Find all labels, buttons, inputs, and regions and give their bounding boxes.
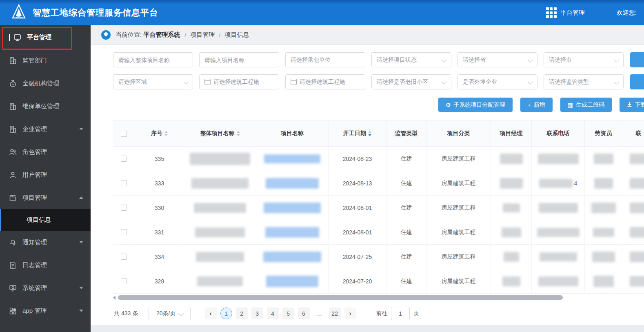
subsystem-assign-button[interactable]: ⚙ 子系统项目分配管理 bbox=[438, 98, 513, 112]
reset-button[interactable] bbox=[630, 74, 644, 89]
sidebar-item-app-management[interactable]: app 管理 bbox=[0, 299, 91, 322]
project-name-link[interactable] bbox=[265, 227, 319, 238]
column-header-phone: 联系电话 bbox=[532, 121, 585, 146]
pagination: 共 433 条 20条/页 ‹ 1 2 3 4 5 6 ... 22 › bbox=[114, 307, 644, 320]
user-icon bbox=[9, 171, 17, 179]
sidebar-item-financial-institution[interactable]: 金融机构管理 bbox=[0, 72, 91, 95]
row-checkbox[interactable] bbox=[121, 180, 127, 186]
column-header-overall-name[interactable]: 整体项目名称 bbox=[184, 121, 256, 146]
project-name-input[interactable] bbox=[199, 52, 279, 67]
button-label: 下载 bbox=[635, 101, 644, 109]
cell-seq: 331 bbox=[135, 220, 184, 244]
breadcrumb-item[interactable]: 项目管理 bbox=[190, 31, 215, 39]
redacted-labor-officer bbox=[594, 178, 613, 189]
download-button[interactable]: 下载 bbox=[620, 98, 644, 112]
goto-page-input[interactable] bbox=[391, 307, 410, 320]
overall-project-name-input[interactable] bbox=[113, 52, 193, 67]
chevron-down-icon bbox=[528, 79, 533, 85]
goto-prefix: 前往 bbox=[376, 310, 387, 317]
search-button[interactable] bbox=[630, 52, 644, 67]
redacted-overall-name bbox=[190, 153, 250, 165]
external-enterprise-select[interactable]: 是否外埠企业 bbox=[457, 74, 537, 89]
supervision-type-select[interactable]: 请选择监管类型 bbox=[544, 74, 624, 89]
select-placeholder: 请选择区域 bbox=[118, 78, 182, 86]
row-checkbox[interactable] bbox=[121, 278, 127, 284]
sidebar-item-notification-management[interactable]: 通知管理 bbox=[0, 231, 91, 254]
column-header-start-date[interactable]: 开工日期 bbox=[329, 121, 386, 146]
sort-icons[interactable] bbox=[237, 131, 240, 137]
welcome-text: 欢迎您: bbox=[617, 9, 637, 17]
app-title: 智慧工地综合管理服务信息平台 bbox=[33, 7, 158, 18]
sidebar-item-system-management[interactable]: 系统管理 bbox=[0, 276, 91, 299]
sort-icons[interactable] bbox=[164, 131, 168, 137]
page-ellipsis[interactable]: ... bbox=[313, 307, 325, 319]
cell-start-date: 2024-07-25 bbox=[329, 245, 386, 269]
sidebar-item-label: 金融机构管理 bbox=[22, 80, 59, 87]
sidebar-item-label: 维保单位管理 bbox=[22, 102, 59, 110]
header-nav-platform-management[interactable]: 平台管理 bbox=[560, 9, 585, 17]
scrollbar-thumb[interactable] bbox=[118, 295, 563, 300]
project-name-link[interactable] bbox=[266, 178, 319, 189]
select-placeholder: 请选择市 bbox=[549, 56, 613, 64]
add-button[interactable]: + 新增 bbox=[520, 98, 553, 112]
apps-grid-icon[interactable] bbox=[546, 7, 557, 18]
sidebar-item-project-management[interactable]: 项目管理 bbox=[0, 186, 91, 209]
page-button-6[interactable]: 6 bbox=[298, 307, 310, 319]
page-button-5[interactable]: 5 bbox=[282, 307, 294, 319]
download-icon bbox=[627, 102, 632, 108]
project-name-link[interactable] bbox=[263, 252, 321, 262]
sidebar-item-platform-management[interactable]: 平台管理 bbox=[0, 25, 91, 49]
sidebar-item-log-management[interactable]: 日志管理 bbox=[0, 254, 91, 276]
prev-page-button[interactable]: ‹ bbox=[205, 307, 217, 319]
construction-date-end-picker[interactable]: 请选择建筑工程施 bbox=[285, 74, 365, 89]
redacted-cell bbox=[630, 203, 644, 213]
project-status-select[interactable]: 请选择项目状态 bbox=[371, 52, 451, 67]
breadcrumb-root[interactable]: 平台管理系统 bbox=[143, 31, 180, 39]
row-checkbox[interactable] bbox=[121, 156, 127, 162]
sidebar-subitem-project-info[interactable]: 项目信息 bbox=[0, 209, 91, 231]
select-placeholder: 请选择承包单位 bbox=[291, 56, 360, 64]
cell-supervision: 住建 bbox=[386, 196, 426, 220]
cell-start-date: 2024-08-13 bbox=[329, 171, 386, 195]
redacted-labor-officer bbox=[591, 203, 616, 213]
sort-icons[interactable] bbox=[368, 131, 371, 137]
contractor-select[interactable]: 请选择承包单位 bbox=[285, 52, 365, 67]
next-page-button[interactable]: › bbox=[344, 307, 356, 319]
sidebar-item-role-management[interactable]: 角色管理 bbox=[0, 140, 91, 163]
select-placeholder: 请选择省 bbox=[463, 56, 527, 64]
button-label: 子系统项目分配管理 bbox=[454, 101, 505, 109]
city-select[interactable]: 请选择市 bbox=[544, 52, 624, 67]
province-select[interactable]: 请选择省 bbox=[457, 52, 537, 67]
table-row: 328 2024-07-20 住建 房屋建筑工程 bbox=[113, 269, 644, 294]
project-name-link[interactable] bbox=[266, 276, 318, 287]
generate-qrcode-button[interactable]: ▦ 生成二维码 bbox=[560, 98, 612, 112]
horizontal-scrollbar[interactable] bbox=[113, 295, 644, 300]
select-placeholder: 是否外埠企业 bbox=[463, 78, 527, 86]
construction-date-start-picker[interactable]: 请选择建筑工程施 bbox=[199, 74, 279, 89]
row-checkbox[interactable] bbox=[121, 229, 127, 235]
project-name-link[interactable] bbox=[264, 154, 320, 163]
redacted-overall-name bbox=[197, 276, 243, 286]
page-size-select[interactable]: 20条/页 bbox=[149, 307, 191, 320]
column-header-seq[interactable]: 序号 bbox=[135, 121, 184, 146]
phone-tail: 4 bbox=[574, 180, 577, 187]
breadcrumb-item[interactable]: 项目信息 bbox=[225, 31, 249, 39]
sidebar-item-user-management[interactable]: 用户管理 bbox=[0, 163, 91, 186]
page-button-4[interactable]: 4 bbox=[267, 307, 279, 319]
page-button-3[interactable]: 3 bbox=[251, 307, 263, 319]
row-checkbox[interactable] bbox=[121, 205, 127, 211]
select-all-checkbox[interactable] bbox=[121, 131, 127, 137]
project-name-link[interactable] bbox=[264, 203, 321, 213]
page-button-22[interactable]: 22 bbox=[329, 307, 341, 319]
row-checkbox[interactable] bbox=[121, 254, 127, 260]
page-button-1[interactable]: 1 bbox=[220, 307, 232, 319]
cell-category: 房屋建筑工程 bbox=[426, 220, 491, 244]
old-community-select[interactable]: 请选择是否老旧小区 bbox=[371, 74, 451, 89]
sidebar-item-enterprise-management[interactable]: 企业管理 bbox=[0, 118, 91, 140]
region-select[interactable]: 请选择区域 bbox=[113, 74, 193, 89]
sidebar-item-maintenance-unit[interactable]: 维保单位管理 bbox=[0, 95, 91, 118]
sidebar-item-regulatory-department[interactable]: 监管部门 bbox=[0, 49, 91, 72]
redacted-phone bbox=[538, 154, 579, 164]
page-button-2[interactable]: 2 bbox=[236, 307, 248, 319]
bell-icon bbox=[9, 238, 17, 246]
